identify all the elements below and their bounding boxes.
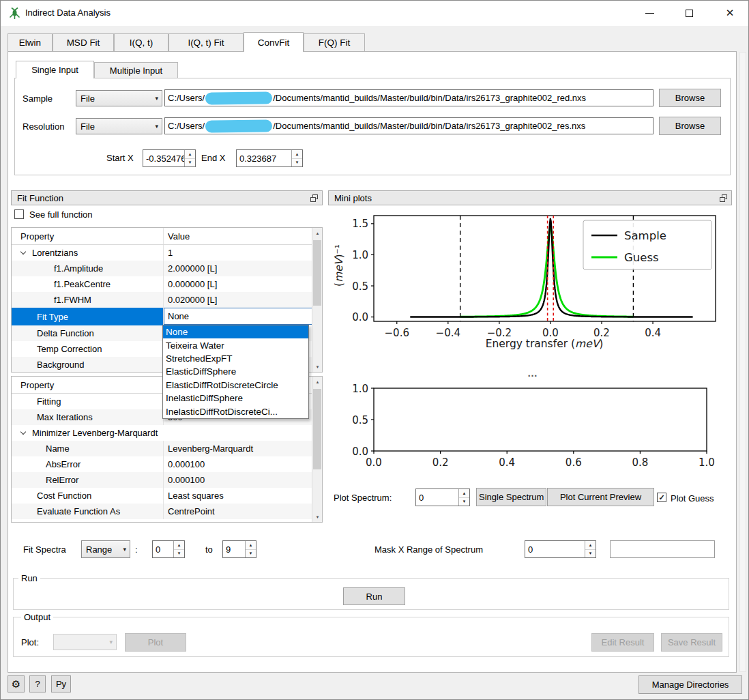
spin-arrows[interactable]: ▲▼ [184, 150, 195, 166]
fit-preview-plot[interactable]: 0.00.20.40.60.81.00.00.51.0 [328, 380, 732, 482]
header-value: Value [168, 231, 190, 242]
dropdown-item-none[interactable]: None [163, 325, 308, 338]
sample-path-input[interactable]: C:/Users//Documents/mantid_builds/Master… [164, 89, 653, 106]
single-spectrum-button[interactable]: Single Spectrum [476, 488, 546, 506]
spin-arrows[interactable]: ▲▼ [291, 150, 302, 166]
tab-iqt-fit[interactable]: I(Q, t) Fit [168, 33, 244, 51]
fit-spectra-to-spinbox[interactable]: 9 ▲▼ [222, 540, 256, 558]
table-row-evaluate-function-as[interactable]: Evaluate Function As CentrePoint [12, 504, 322, 519]
spin-value: -0.352476 [143, 150, 184, 166]
save-result-button[interactable]: Save Result [661, 633, 722, 652]
mask-x-range-label: Mask X Range of Spectrum [374, 544, 483, 555]
settings-button[interactable]: ⚙ [8, 675, 25, 692]
resolution-source-combobox[interactable]: File ▾ [76, 118, 162, 134]
dropdown-item-inelasticdiffsphere[interactable]: InelasticDiffSphere [163, 392, 308, 405]
redaction-overlay [205, 91, 272, 104]
fit-function-dock-title: Fit Function [11, 190, 323, 205]
spin-value: 9 [223, 541, 245, 557]
spin-arrows[interactable]: ▲▼ [585, 541, 596, 557]
tab-fq-fit[interactable]: F(Q) Fit [304, 33, 365, 51]
edit-result-button[interactable]: Edit Result [591, 633, 654, 652]
resolution-browse-button[interactable]: Browse [659, 117, 721, 135]
manage-directories-button[interactable]: Manage Directories [638, 675, 742, 694]
combo-value: Range [86, 544, 112, 555]
maximize-button[interactable] [675, 2, 703, 24]
close-button[interactable]: ✕ [716, 2, 744, 24]
help-button[interactable]: ? [29, 675, 46, 692]
tab-msd-fit[interactable]: MSD Fit [53, 33, 114, 51]
python-export-button[interactable]: Py [51, 675, 71, 692]
sample-source-combobox[interactable]: File ▾ [76, 90, 162, 106]
plot-spectrum-spinbox[interactable]: 0 ▲▼ [415, 488, 470, 506]
scroll-up-icon[interactable]: ▲ [312, 377, 323, 387]
mask-spectrum-spinbox[interactable]: 0 ▲▼ [525, 540, 596, 558]
redaction-overlay [205, 119, 272, 132]
table-row-f1-fwhm[interactable]: f1.FWHM 0.020000 [L] [12, 292, 322, 308]
plots-splitter-handle[interactable]: … [527, 367, 538, 379]
table-row-cost-function[interactable]: Cost Function Least squares [12, 488, 322, 504]
start-x-spinbox[interactable]: -0.352476 ▲▼ [143, 149, 196, 167]
table-row-abserror[interactable]: AbsError 0.000100 [12, 456, 322, 472]
sample-browse-button[interactable]: Browse [659, 89, 721, 107]
scroll-down-icon[interactable]: ▼ [312, 512, 323, 522]
plot-current-preview-button[interactable]: Plot Current Preview [547, 488, 654, 506]
spin-value: 0 [153, 541, 173, 557]
table-row-relerror[interactable]: RelError 0.000100 [12, 472, 322, 488]
tab-iqt[interactable]: I(Q, t) [114, 33, 168, 51]
scrollbar-thumb[interactable] [313, 240, 321, 306]
mantid-app-icon [8, 7, 21, 20]
plot-spectrum-label: Plot Spectrum: [334, 493, 392, 503]
scrollbar-thumb[interactable] [313, 389, 321, 469]
see-full-function-checkbox[interactable] [14, 209, 24, 219]
resolution-path-input[interactable]: C:/Users//Documents/mantid_builds/Master… [164, 117, 653, 134]
dropdown-item-teixeira-water[interactable]: Teixeira Water [163, 338, 308, 351]
spin-arrows[interactable]: ▲▼ [458, 489, 469, 506]
fit-type-combobox[interactable]: None ▾ [164, 308, 322, 325]
tab-single-input[interactable]: Single Input [16, 61, 94, 78]
expander-down-icon[interactable] [20, 428, 26, 434]
table-row-minimizer-group[interactable]: Minimizer Levenberg-Marquardt [12, 425, 322, 441]
row-label: Evaluate Function As [37, 506, 120, 516]
svg-text:0.4: 0.4 [645, 327, 661, 339]
end-x-label: End X [201, 153, 225, 163]
table1-scrollbar[interactable]: ▲ ▼ [312, 228, 322, 372]
scroll-down-icon[interactable]: ▼ [312, 362, 323, 372]
dropdown-item-elasticdiffrotdiscretecircle[interactable]: ElasticDiffRotDiscreteCircle [163, 379, 308, 392]
run-button[interactable]: Run [343, 587, 405, 605]
float-dock-icon[interactable] [310, 194, 318, 202]
minimize-button[interactable] [635, 2, 664, 24]
float-dock-icon[interactable] [720, 194, 727, 202]
fit-spectra-mode-combobox[interactable]: Range ▾ [81, 540, 130, 558]
row-label: Minimizer Levenberg-Marquardt [32, 428, 158, 438]
tab-elwin[interactable]: Elwin [8, 33, 53, 51]
spin-down-icon: ▼ [459, 498, 469, 506]
table-row-minimizer-name[interactable]: Name Levenberg-Marquardt [12, 441, 322, 456]
output-plot-button[interactable]: Plot [125, 633, 186, 652]
end-x-spinbox[interactable]: 0.323687 ▲▼ [236, 149, 303, 167]
window-scrollbar-groove[interactable] [739, 52, 746, 672]
spin-arrows[interactable]: ▲▼ [173, 541, 184, 557]
table-row-lorentzians[interactable]: Lorentzians 1 [12, 245, 322, 261]
tab-multiple-input[interactable]: Multiple Input [94, 62, 178, 78]
dropdown-item-elasticdiffsphere[interactable]: ElasticDiffSphere [163, 365, 308, 378]
spin-arrows[interactable]: ▲▼ [245, 541, 256, 557]
row-label: f1.FWHM [54, 295, 91, 305]
svg-text:0.2: 0.2 [432, 456, 449, 469]
table-row-f1-peakcentre[interactable]: f1.PeakCentre 0.000000 [L] [12, 276, 322, 292]
mask-range-input[interactable] [610, 540, 715, 558]
dropdown-item-stretchedexpft[interactable]: StretchedExpFT [163, 352, 308, 365]
output-plot-combobox[interactable]: ▾ [53, 634, 117, 650]
tab-convfit[interactable]: ConvFit [244, 32, 304, 52]
expander-down-icon[interactable] [20, 248, 26, 254]
row-value: 2.000000 [L] [168, 263, 217, 274]
fit-spectra-from-spinbox[interactable]: 0 ▲▼ [152, 540, 185, 558]
tab-label: Single Input [31, 65, 78, 75]
chevron-down-icon: ▾ [109, 639, 113, 645]
dropdown-item-inelasticdiffrotdiscretecircle[interactable]: InelasticDiffRotDiscreteCi... [163, 405, 308, 418]
table-row-f1-amplitude[interactable]: f1.Amplitude 2.000000 [L] [12, 261, 322, 276]
table-row-fit-type[interactable]: Fit Type None ▾ [12, 308, 322, 325]
table2-scrollbar[interactable]: ▲ ▼ [312, 377, 322, 522]
scroll-up-icon[interactable]: ▲ [312, 228, 323, 238]
app-window: Indirect Data Analysis ✕ Elwin MSD Fit I… [0, 0, 749, 700]
plot-guess-checkbox[interactable]: ✓ [657, 493, 666, 502]
